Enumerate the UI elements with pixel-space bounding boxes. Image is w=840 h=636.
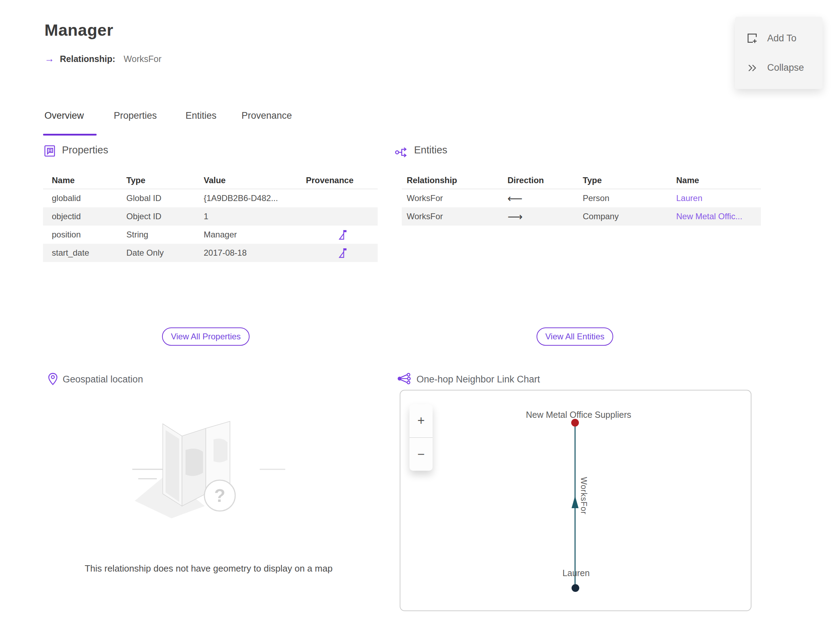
prop-value: {1A9DB2B6-D482... — [204, 193, 306, 203]
actions-menu: Add To Collapse — [735, 17, 823, 89]
tab-entities[interactable]: Entities — [185, 110, 217, 121]
table-row: start_date Date Only 2017-08-18 — [43, 244, 377, 262]
node-label-company: New Metal Office Suppliers — [526, 410, 631, 420]
geospatial-section-title: Geospatial location — [63, 374, 143, 385]
direction-left-arrow-icon: ⟵ — [507, 192, 583, 204]
col-provenance: Provenance — [306, 176, 377, 185]
properties-table-header: Name Type Value Provenance — [43, 172, 377, 189]
properties-icon — [44, 144, 55, 158]
no-geometry-message: This relationship does not have geometry… — [71, 563, 346, 574]
entity-type: Company — [583, 212, 676, 221]
empty-map-illustration: ? — [129, 419, 287, 531]
table-row: WorksFor ⟶ Company New Metal Offic... — [402, 207, 761, 226]
prop-value: 2017-08-18 — [204, 248, 306, 258]
add-to-label: Add To — [767, 33, 797, 44]
link-chart-section-title: One-hop Neighbor Link Chart — [417, 374, 540, 385]
tab-overview[interactable]: Overview — [44, 110, 84, 121]
table-row: globalid Global ID {1A9DB2B6-D482... — [43, 189, 377, 207]
prop-name: start_date — [52, 248, 126, 258]
prop-type: String — [126, 230, 204, 240]
entities-table-header: Relationship Direction Type Name — [402, 172, 761, 189]
node-person[interactable] — [572, 584, 579, 592]
prop-value: Manager — [204, 230, 306, 240]
collapse-button[interactable]: Collapse — [746, 55, 823, 80]
collapse-label: Collapse — [767, 62, 804, 73]
page-title: Manager — [44, 20, 114, 40]
prop-name: objectid — [52, 212, 126, 221]
view-all-properties-button[interactable]: View All Properties — [162, 327, 249, 346]
entities-icon — [395, 146, 410, 158]
entities-section-title: Entities — [414, 144, 447, 156]
col-relationship: Relationship — [407, 176, 507, 185]
add-to-button[interactable]: Add To — [746, 26, 823, 51]
entities-table: Relationship Direction Type Name WorksFo… — [402, 172, 761, 226]
chart-zoom-control: + − — [409, 404, 433, 471]
table-row: position String Manager — [43, 226, 377, 244]
node-company[interactable] — [571, 419, 579, 427]
link-chart-icon — [397, 373, 412, 384]
add-to-icon — [746, 32, 758, 44]
provenance-flag-icon[interactable] — [338, 248, 347, 258]
prop-name: position — [52, 230, 126, 240]
col-type: Type — [126, 176, 204, 185]
node-label-person: Lauren — [562, 568, 590, 578]
col-type: Type — [583, 176, 676, 185]
prop-type: Date Only — [126, 248, 204, 258]
tab-properties[interactable]: Properties — [114, 110, 157, 121]
entity-name-link[interactable]: New Metal Offic... — [676, 212, 761, 221]
relationship-label: Relationship: — [60, 54, 115, 64]
active-tab-indicator — [43, 134, 96, 136]
col-value: Value — [204, 176, 306, 185]
entity-type: Person — [583, 193, 676, 203]
map-pin-icon — [48, 373, 58, 385]
properties-table: Name Type Value Provenance globalid Glob… — [43, 172, 377, 262]
double-chevron-right-icon — [746, 62, 758, 74]
direction-right-arrow-icon: ⟶ — [507, 210, 583, 223]
table-row: objectid Object ID 1 — [43, 207, 377, 226]
entity-relationship: WorksFor — [407, 212, 507, 221]
svg-text:?: ? — [214, 486, 226, 506]
prop-type: Object ID — [126, 212, 204, 221]
properties-section-title: Properties — [62, 144, 108, 156]
col-name: Name — [52, 176, 126, 185]
zoom-out-button[interactable]: − — [409, 438, 433, 471]
relationship-subtitle: → Relationship: WorksFor — [44, 53, 161, 65]
relationship-arrow-icon: → — [44, 53, 54, 65]
relationship-value: WorksFor — [123, 54, 161, 64]
col-direction: Direction — [507, 176, 583, 185]
zoom-in-button[interactable]: + — [409, 404, 433, 438]
prop-type: Global ID — [126, 193, 204, 203]
provenance-flag-icon[interactable] — [338, 229, 347, 240]
edge-arrowhead-icon — [572, 496, 579, 508]
tab-provenance[interactable]: Provenance — [242, 110, 292, 121]
entity-relationship: WorksFor — [407, 193, 507, 203]
view-all-entities-button[interactable]: View All Entities — [537, 327, 613, 346]
table-row: WorksFor ⟵ Person Lauren — [402, 189, 761, 207]
prop-name: globalid — [52, 193, 126, 203]
prop-value: 1 — [204, 212, 306, 221]
col-name: Name — [676, 176, 761, 185]
edge-label-worksfor: WorksFor — [579, 477, 588, 514]
entity-name-link[interactable]: Lauren — [676, 193, 761, 203]
